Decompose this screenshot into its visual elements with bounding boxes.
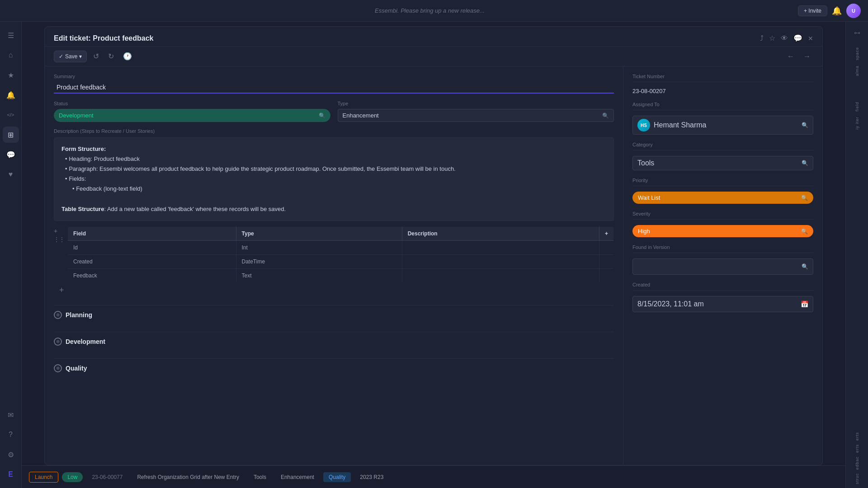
priority-field: Priority Wait List 🔍 [632, 178, 813, 204]
category-wrapper[interactable]: Tools 🔍 [632, 156, 813, 170]
bottom-bar: Launch Low 23-06-00077 Refresh Organizat… [22, 465, 845, 488]
tag-enhancement: Enhancement [275, 472, 320, 482]
sidebar-label-struc: struc [855, 473, 859, 484]
nav-home-icon[interactable]: ⌂ [3, 47, 19, 63]
notification-icon[interactable]: 🔔 [832, 6, 842, 16]
sidebar-filter-icon[interactable]: ⧟ [850, 25, 864, 40]
clock-button[interactable]: 🕐 [120, 50, 135, 62]
priority-select[interactable]: Wait List 🔍 [632, 192, 813, 204]
assignee-avatar: HS [637, 119, 650, 131]
tag-launch[interactable]: Launch [29, 472, 58, 483]
created-wrapper[interactable]: 8/15/2023, 11:01 am 📅 [632, 296, 813, 312]
ticket-number-field: Ticket Number 23-08-00207 [632, 74, 813, 94]
table-add-col-icon[interactable]: + [54, 227, 65, 235]
invite-button[interactable]: + Invite [798, 5, 827, 16]
category-search-icon: 🔍 [802, 160, 808, 166]
user-avatar[interactable]: U [846, 4, 861, 18]
type-value: Enhancement [343, 112, 379, 119]
table-desc: : Add a new table called 'feedback' wher… [104, 206, 286, 212]
close-icon[interactable]: ✕ [808, 35, 813, 42]
redo-button[interactable]: ↻ [105, 50, 117, 62]
quality-title: Quality [66, 365, 87, 372]
right-sidebar: ⧟ space alma field iy iter erts erts edb… [845, 22, 868, 488]
assignee-search-icon: 🔍 [802, 122, 808, 128]
bookmark-icon[interactable]: ☆ [769, 34, 775, 42]
toolbar-right: ← → [784, 51, 813, 62]
found-in-search-icon: 🔍 [802, 263, 808, 270]
nav-chat-icon[interactable]: 💬 [3, 146, 19, 163]
table-cell-field-3: Feedback [68, 268, 236, 282]
drag-handle-icon: ⋮⋮ [54, 236, 65, 243]
table-cell-desc-3 [402, 268, 599, 282]
planning-expand-icon: ⊕ [54, 311, 62, 319]
quality-section[interactable]: ⊕ Quality [54, 359, 614, 378]
undo-button[interactable]: ↺ [90, 50, 102, 62]
divider-7 [632, 290, 813, 291]
status-type-row: Status Development 🔍 Type Enhancement [54, 101, 614, 122]
found-in-wrapper[interactable]: 🔍 [632, 258, 813, 275]
sidebar-label-alerts-1: erts [855, 432, 859, 441]
save-button[interactable]: ✓ Save ▾ [54, 51, 87, 62]
development-section[interactable]: ⊕ Development [54, 332, 614, 351]
desc-heading-item: Heading: Product feedback [65, 154, 606, 164]
nav-prev-button[interactable]: ← [784, 51, 797, 62]
table-cell-type-3: Text [236, 268, 402, 282]
nav-bell-icon[interactable]: 🔔 [3, 87, 19, 103]
nav-code-icon[interactable]: </> [3, 107, 19, 123]
table-row: Id Int [68, 240, 614, 254]
tag-low[interactable]: Low [62, 472, 83, 482]
priority-label: Priority [632, 178, 813, 183]
nav-grid-icon[interactable]: ⊞ [3, 127, 19, 143]
table-add-column[interactable]: + [599, 226, 613, 240]
category-field: Category Tools 🔍 [632, 142, 813, 170]
description-section: Description (Steps to Recreate / User St… [54, 128, 614, 221]
table-header-description: Description [402, 226, 599, 240]
planning-section[interactable]: ⊕ Planning [54, 305, 614, 324]
severity-field: Severity High 🔍 [632, 211, 813, 237]
nav-help-icon[interactable]: ? [3, 427, 19, 443]
table-cell-field-1: Id [68, 240, 236, 254]
sidebar-label-alerts-2: erts [855, 444, 859, 453]
top-bar-search[interactable]: Essembi. Please bring up a new release..… [61, 7, 798, 14]
ticket-number-value: 23-08-00207 [632, 88, 813, 94]
status-label: Status [54, 101, 330, 106]
summary-input[interactable] [54, 82, 614, 94]
nav-star-icon[interactable]: ★ [3, 67, 19, 83]
nav-settings-icon[interactable]: ⚙ [3, 446, 19, 463]
status-select[interactable]: Development 🔍 [54, 109, 330, 122]
search-placeholder: Essembi. Please bring up a new release..… [375, 7, 485, 14]
sidebar-label-space: space [855, 47, 859, 60]
divider-6 [632, 253, 813, 253]
main-layout: ☰ ⌂ ★ 🔔 </> ⊞ 💬 ♥ ✉ ? ⚙ E Edit ticket: P… [0, 22, 868, 488]
save-label: Save [65, 53, 77, 60]
nav-menu-icon[interactable]: ☰ [3, 27, 19, 43]
share-icon[interactable]: ⤴ [760, 34, 764, 42]
divider-5 [632, 219, 813, 220]
sidebar-label-edbac: edbac [855, 456, 859, 470]
type-label: Type [338, 101, 614, 106]
found-in-label: Found in Version [632, 244, 813, 250]
severity-select[interactable]: High 🔍 [632, 225, 813, 237]
modal-header: Edit ticket: Product feedback ⤴ ☆ 👁 💬 ✕ [45, 27, 822, 47]
planning-title: Planning [66, 311, 92, 319]
nav-heart-icon[interactable]: ♥ [3, 166, 19, 183]
type-col: Type Enhancement 🔍 [338, 101, 614, 122]
sidebar-label-alma: alma [855, 66, 859, 76]
comment-icon[interactable]: 💬 [793, 34, 802, 42]
type-select[interactable]: Enhancement 🔍 [338, 109, 614, 122]
assignee-wrapper[interactable]: HS Hemant Sharma 🔍 [632, 116, 813, 135]
table-row: Created DateTime [68, 254, 614, 268]
description-content[interactable]: Form Structure: Heading: Product feedbac… [54, 137, 614, 221]
assigned-to-label: Assigned To [632, 102, 813, 107]
modal-body: Summary Status Development 🔍 [45, 66, 822, 465]
desc-field-item: Feedback (long-text field) [65, 184, 606, 194]
left-nav: ☰ ⌂ ★ 🔔 </> ⊞ 💬 ♥ ✉ ? ⚙ E [0, 22, 22, 488]
nav-next-button[interactable]: → [801, 51, 813, 62]
assigned-to-display: HS Hemant Sharma [637, 119, 707, 131]
nav-message-icon[interactable]: ✉ [3, 407, 19, 423]
ticket-number-label: Ticket Number [632, 74, 813, 79]
eye-icon[interactable]: 👁 [781, 34, 788, 42]
desc-paragraph-item: Paragraph: Essembi welcomes all product … [65, 164, 606, 174]
tag-quality[interactable]: Quality [323, 472, 351, 482]
table-add-row-button[interactable]: + [54, 283, 614, 298]
